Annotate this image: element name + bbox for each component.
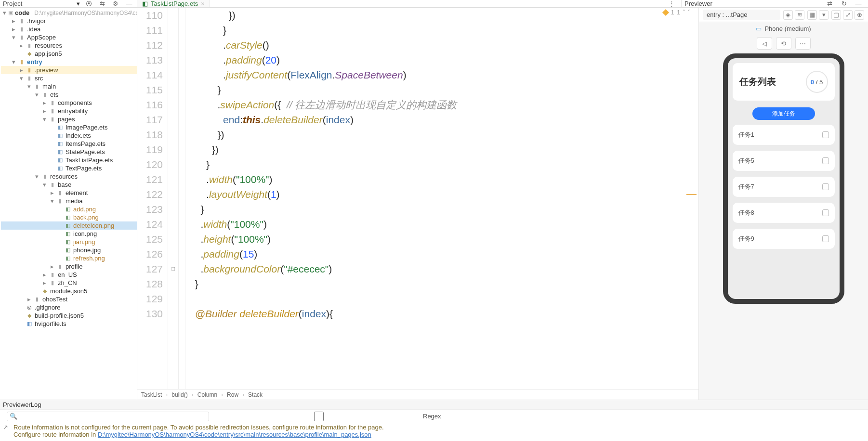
tree-item[interactable]: resources	[50, 173, 78, 180]
collapse-icon[interactable]: ⇆	[97, 0, 107, 9]
tree-item[interactable]: refresh.png	[73, 255, 105, 262]
log-search-input[interactable]	[7, 412, 209, 421]
search-icon: 🔍	[10, 413, 17, 420]
dropdown-icon[interactable]: ▾	[819, 10, 829, 20]
tree-item[interactable]: en_US	[58, 271, 77, 278]
task-item[interactable]: 任务7	[733, 177, 835, 197]
crumb[interactable]: TaskList	[141, 391, 162, 398]
tree-item[interactable]: hvigorfile.ts	[35, 320, 66, 327]
tree-item[interactable]: .hvigor	[27, 17, 46, 25]
tree-item[interactable]: pages	[58, 116, 75, 123]
regex-checkbox[interactable]: Regex	[218, 412, 441, 421]
close-icon[interactable]: ×	[201, 0, 205, 7]
gear-icon[interactable]: ⚙	[111, 0, 120, 9]
warning-icon	[662, 9, 669, 16]
tree-item[interactable]: AppScope	[27, 34, 56, 41]
task-counter: 0 / 5	[806, 71, 828, 93]
more-icon[interactable]: ⋮	[667, 0, 676, 9]
tree-item[interactable]: StatePage.ets	[66, 148, 105, 156]
square-icon[interactable]: ▢	[831, 10, 841, 20]
task-item[interactable]: 任务1	[733, 125, 835, 145]
rotate-icon[interactable]: ⟲	[776, 37, 791, 50]
task-item[interactable]: 任务9	[733, 229, 835, 249]
tree-item[interactable]: ets	[50, 91, 58, 98]
tree-root[interactable]: code	[15, 9, 29, 16]
plus-icon[interactable]: ⊕	[855, 10, 864, 20]
crumb[interactable]: Column	[197, 391, 217, 398]
task-item[interactable]: 任务8	[733, 203, 835, 223]
checkbox-icon[interactable]	[822, 157, 829, 164]
tree-item[interactable]: entry	[27, 58, 42, 65]
tree-item-selected[interactable]: deleteIcon.png	[73, 222, 114, 229]
phone-preview: 任务列表 0 / 5 添加任务 任务1任务5任务7任务8任务9	[723, 53, 844, 304]
grid-icon[interactable]: ▦	[807, 10, 817, 20]
more-icon[interactable]: ⋯	[795, 37, 811, 50]
editor-tab-name: TaskListPage.ets	[151, 0, 198, 7]
crumb[interactable]: Row	[227, 391, 238, 398]
tree-item[interactable]: element	[66, 189, 88, 196]
tree-item[interactable]: app.json5	[35, 50, 62, 57]
inspect-icon[interactable]: ◈	[783, 10, 793, 20]
checkbox-icon[interactable]	[822, 131, 829, 138]
tree-item[interactable]: ItemsPage.ets	[66, 140, 105, 147]
editor-tab[interactable]: ◧ TaskListPage.ets ×	[137, 0, 210, 7]
crumb[interactable]: Stack	[248, 391, 263, 398]
task-item[interactable]: 任务5	[733, 151, 835, 171]
device-icon: ▭	[756, 25, 762, 32]
tree-item[interactable]: add.png	[73, 206, 96, 213]
dropdown-icon[interactable]: ▾	[77, 0, 80, 7]
log-link[interactable]: D:\mygitee\HarmonyOS\harmonyOS4\code\ent…	[98, 431, 371, 438]
hide-previewer-icon[interactable]: —	[854, 0, 863, 9]
previewer-panel-title: Previewer	[681, 0, 820, 7]
chevron-right-icon[interactable]: ▸	[11, 17, 16, 25]
layers-icon[interactable]: ≋	[795, 10, 804, 20]
target-icon[interactable]: ⦿	[84, 0, 93, 9]
tree-item[interactable]: ImagePage.ets	[66, 124, 107, 131]
breadcrumb[interactable]: TaskList› build()› Column› Row› Stack	[137, 389, 698, 400]
tree-item[interactable]: profile	[66, 263, 82, 270]
tree-item[interactable]: media	[66, 197, 82, 205]
preview-entry[interactable]: entry : ...tPage	[703, 10, 780, 20]
log-output: ↗ Route information is not configured fo…	[0, 423, 868, 441]
tree-item[interactable]: jian.png	[73, 238, 95, 246]
refresh-icon[interactable]: ↻	[839, 0, 849, 9]
tree-item[interactable]: TextPage.ets	[66, 165, 102, 172]
add-task-button[interactable]: 添加任务	[752, 107, 815, 120]
tree-item[interactable]: Index.ets	[66, 132, 91, 139]
arrow-up-icon[interactable]: ↗	[3, 424, 8, 431]
checkbox-icon[interactable]	[822, 209, 829, 216]
tree-item[interactable]: icon.png	[73, 230, 97, 237]
tree-item[interactable]: src	[35, 75, 43, 82]
tree-item[interactable]: .gitignore	[35, 304, 60, 311]
tree-item[interactable]: TaskListPage.ets	[66, 156, 113, 164]
previewer-log-title[interactable]: PreviewerLog	[0, 400, 868, 409]
back-icon[interactable]: ◁	[757, 37, 772, 50]
checkbox-icon[interactable]	[822, 235, 829, 242]
tree-root-path: D:\mygitee\HarmonyOS\harmonyOS4\code	[31, 10, 137, 16]
tree-item[interactable]: .preview	[35, 66, 58, 74]
zoom-icon[interactable]: ⤢	[843, 10, 853, 20]
tree-item[interactable]: components	[58, 99, 92, 106]
tree-item[interactable]: main	[42, 83, 56, 90]
tree-item[interactable]: entryability	[58, 107, 88, 115]
tree-item[interactable]: ohosTest	[42, 296, 67, 303]
tree-item[interactable]: back.png	[73, 214, 99, 221]
inspection-summary[interactable]: 1 1 ˆˇ	[663, 9, 690, 16]
hide-icon[interactable]: —	[124, 0, 134, 9]
tree-item[interactable]: base	[58, 181, 71, 188]
tree-item[interactable]: module.json5	[50, 287, 87, 295]
tree-item[interactable]: phone.jpg	[73, 246, 101, 254]
transfer-icon[interactable]: ⇄	[825, 0, 834, 9]
chevron-down-icon[interactable]: ▾	[3, 9, 6, 16]
project-tree[interactable]: ▾▣codeD:\mygitee\HarmonyOS\harmonyOS4\co…	[0, 8, 137, 400]
code-editor[interactable]: 1101111121131141151161171181191201211221…	[137, 8, 698, 389]
device-label[interactable]: Phone (medium)	[764, 25, 811, 32]
tree-item[interactable]: zh_CN	[58, 279, 77, 286]
tree-item[interactable]: build-profile.json5	[35, 312, 84, 319]
checkbox-icon[interactable]	[822, 183, 829, 190]
tree-item[interactable]: .idea	[27, 26, 40, 33]
task-title: 任务列表	[739, 76, 776, 88]
tree-item[interactable]: resources	[35, 42, 62, 49]
crumb[interactable]: build()	[171, 391, 187, 398]
project-panel-title: Project	[3, 0, 73, 7]
